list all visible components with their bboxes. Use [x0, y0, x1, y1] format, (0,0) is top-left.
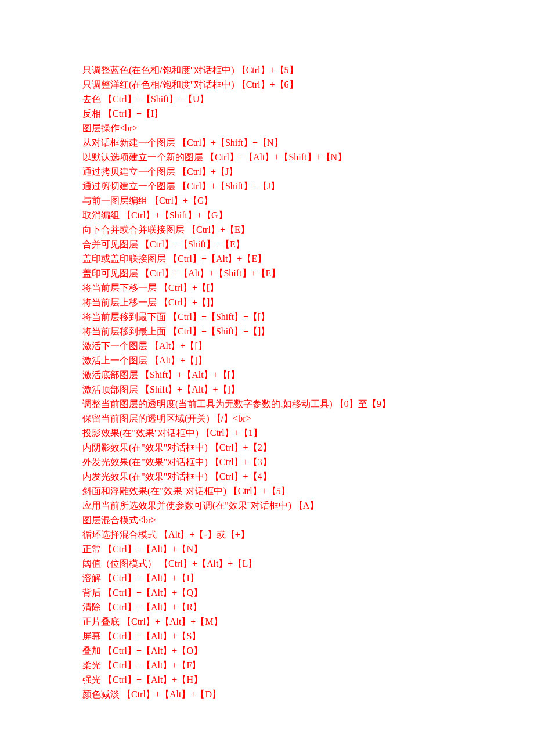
- shortcut-line: 激活下一个图层 【Alt】+【[】: [82, 339, 534, 353]
- shortcut-line: 激活顶部图层 【Shift】+【Alt】+【]】: [82, 382, 534, 397]
- shortcut-line: 盖印可见图层 【Ctrl】+【Alt】+【Shift】+【E】: [82, 266, 534, 280]
- shortcut-line: 以默认选项建立一个新的图层 【Ctrl】+【Alt】+【Shift】+【N】: [82, 150, 534, 164]
- shortcut-line: 应用当前所选效果并使参数可调(在"效果"对话框中) 【A】: [82, 498, 534, 513]
- shortcut-line: 屏幕 【Ctrl】+【Alt】+【S】: [82, 629, 534, 643]
- shortcut-line: 内阴影效果(在"效果"对话框中) 【Ctrl】+【2】: [82, 440, 534, 455]
- shortcut-line: 溶解 【Ctrl】+【Alt】+【I】: [82, 571, 534, 585]
- shortcut-line: 阈值（位图模式） 【Ctrl】+【Alt】+【L】: [82, 556, 534, 571]
- shortcut-line: 循环选择混合模式 【Alt】+【-】或【+】: [82, 527, 534, 542]
- shortcut-line: 将当前层下移一层 【Ctrl】+【[】: [82, 280, 534, 295]
- shortcut-line: 调整当前图层的透明度(当前工具为无数字参数的,如移动工具) 【0】至【9】: [82, 397, 534, 411]
- shortcut-line: 强光 【Ctrl】+【Alt】+【H】: [82, 672, 534, 687]
- shortcut-line: 背后 【Ctrl】+【Alt】+【Q】: [82, 585, 534, 600]
- shortcut-line: 与前一图层编组 【Ctrl】+【G】: [82, 193, 534, 208]
- shortcut-line: 柔光 【Ctrl】+【Alt】+【F】: [82, 658, 534, 672]
- shortcut-line: 合并可见图层 【Ctrl】+【Shift】+【E】: [82, 237, 534, 251]
- shortcut-line: 盖印或盖印联接图层 【Ctrl】+【Alt】+【E】: [82, 251, 534, 266]
- shortcut-line: 保留当前图层的透明区域(开关) 【/】<br>: [82, 411, 534, 426]
- shortcut-line: 只调整蓝色(在色相/饱和度"对话框中) 【Ctrl】+【5】: [82, 63, 534, 77]
- shortcut-line: 斜面和浮雕效果(在"效果"对话框中) 【Ctrl】+【5】: [82, 484, 534, 498]
- shortcut-line: 图层混合模式<br>: [82, 513, 534, 527]
- shortcut-line: 从对话框新建一个图层 【Ctrl】+【Shift】+【N】: [82, 135, 534, 150]
- shortcut-line: 将当前层移到最上面 【Ctrl】+【Shift】+【]】: [82, 324, 534, 339]
- shortcut-line: 正片叠底 【Ctrl】+【Alt】+【M】: [82, 614, 534, 629]
- shortcut-line: 取消编组 【Ctrl】+【Shift】+【G】: [82, 208, 534, 222]
- shortcut-line: 清除 【Ctrl】+【Alt】+【R】: [82, 600, 534, 614]
- shortcut-line: 只调整洋红(在色相/饱和度"对话框中) 【Ctrl】+【6】: [82, 77, 534, 92]
- shortcut-line: 图层操作<br>: [82, 121, 534, 135]
- shortcut-line: 内发光效果(在"效果"对话框中) 【Ctrl】+【4】: [82, 469, 534, 484]
- shortcut-line: 向下合并或合并联接图层 【Ctrl】+【E】: [82, 222, 534, 237]
- shortcut-line: 外发光效果(在"效果"对话框中) 【Ctrl】+【3】: [82, 455, 534, 469]
- shortcut-line: 通过拷贝建立一个图层 【Ctrl】+【J】: [82, 164, 534, 179]
- shortcut-line: 激活底部图层 【Shift】+【Alt】+【[】: [82, 368, 534, 382]
- shortcut-line: 将当前层上移一层 【Ctrl】+【]】: [82, 295, 534, 309]
- shortcut-line: 反相 【Ctrl】+【I】: [82, 106, 534, 121]
- shortcut-line: 去色 【Ctrl】+【Shift】+【U】: [82, 92, 534, 106]
- document-page: 只调整蓝色(在色相/饱和度"对话框中) 【Ctrl】+【5】只调整洋红(在色相/…: [0, 0, 534, 756]
- shortcut-line: 叠加 【Ctrl】+【Alt】+【O】: [82, 643, 534, 658]
- shortcut-line: 激活上一个图层 【Alt】+【]】: [82, 353, 534, 368]
- shortcut-line: 通过剪切建立一个图层 【Ctrl】+【Shift】+【J】: [82, 179, 534, 193]
- shortcut-line: 颜色减淡 【Ctrl】+【Alt】+【D】: [82, 687, 534, 701]
- shortcut-line: 正常 【Ctrl】+【Alt】+【N】: [82, 542, 534, 556]
- shortcut-line: 投影效果(在"效果"对话框中) 【Ctrl】+【1】: [82, 426, 534, 440]
- shortcut-line: 将当前层移到最下面 【Ctrl】+【Shift】+【[】: [82, 309, 534, 324]
